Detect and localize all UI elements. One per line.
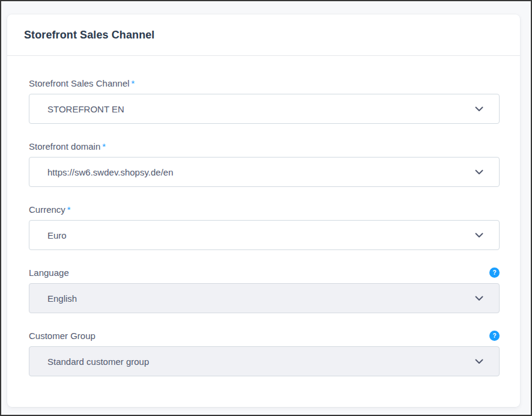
required-asterisk: * xyxy=(131,78,135,88)
sales-channel-card: Storefront Sales Channel Storefront Sale… xyxy=(7,14,520,407)
field-currency: Currency* Euro xyxy=(29,204,500,250)
label-row: Currency* xyxy=(29,204,500,215)
required-asterisk: * xyxy=(102,141,106,151)
chevron-down-icon xyxy=(475,106,483,112)
chevron-down-icon xyxy=(475,233,483,238)
help-icon[interactable]: ? xyxy=(489,268,500,278)
label-row: Language ? xyxy=(29,267,500,278)
currency-select[interactable]: Euro xyxy=(29,220,500,250)
customer-group-label: Customer Group xyxy=(29,331,95,341)
page-title: Storefront Sales Channel xyxy=(24,29,154,41)
customer-group-select: Standard customer group xyxy=(29,346,500,376)
select-value: Euro xyxy=(47,230,67,240)
label-text: Storefront Sales Channel xyxy=(29,78,130,88)
help-icon[interactable]: ? xyxy=(489,331,500,341)
field-language: Language ? English xyxy=(29,267,500,313)
storefront-domain-label: Storefront domain* xyxy=(29,141,106,151)
storefront-sales-channel-label: Storefront Sales Channel* xyxy=(29,78,135,88)
chevron-down-icon xyxy=(475,296,483,301)
select-value: Standard customer group xyxy=(47,356,149,367)
card-body: Storefront Sales Channel* STOREFRONT EN … xyxy=(7,56,520,376)
label-text: Currency xyxy=(29,204,65,215)
label-text: Customer Group xyxy=(29,331,95,341)
label-text: Storefront domain xyxy=(29,141,100,151)
chevron-down-icon xyxy=(475,359,483,364)
label-text: Language xyxy=(29,268,69,278)
field-storefront-sales-channel: Storefront Sales Channel* STOREFRONT EN xyxy=(29,78,500,124)
chevron-down-icon xyxy=(475,170,483,175)
label-row: Storefront Sales Channel* xyxy=(29,78,500,88)
card-header: Storefront Sales Channel xyxy=(7,14,520,56)
language-select: English xyxy=(29,283,500,313)
select-value: https://sw6.swdev.shopsy.de/en xyxy=(47,167,174,177)
select-value: STOREFRONT EN xyxy=(47,104,124,114)
storefront-domain-select[interactable]: https://sw6.swdev.shopsy.de/en xyxy=(29,157,500,187)
select-value: English xyxy=(47,293,77,304)
storefront-sales-channel-select[interactable]: STOREFRONT EN xyxy=(29,94,500,124)
currency-label: Currency* xyxy=(29,204,71,215)
language-label: Language xyxy=(29,268,69,278)
label-row: Storefront domain* xyxy=(29,141,500,151)
required-asterisk: * xyxy=(67,204,71,215)
label-row: Customer Group ? xyxy=(29,330,500,341)
field-storefront-domain: Storefront domain* https://sw6.swdev.sho… xyxy=(29,141,500,187)
field-customer-group: Customer Group ? Standard customer group xyxy=(29,330,500,376)
